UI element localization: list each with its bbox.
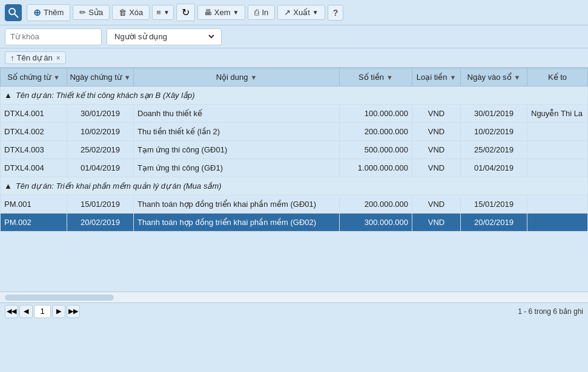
table-cell: DTXL4.003: [1, 141, 67, 159]
menu-button[interactable]: ≡ ▼: [152, 5, 174, 20]
table-cell: Thanh toán hợp đồng triển khai phần mềm …: [134, 214, 340, 232]
delete-icon: 🗑: [119, 8, 127, 17]
last-page-button[interactable]: ▶▶: [67, 305, 80, 318]
table-cell: PM.001: [1, 195, 67, 214]
prev-page-button[interactable]: ◀: [19, 305, 33, 318]
in-button[interactable]: ⎙ In: [248, 5, 275, 20]
page-controls: ◀◀ ◀ 1 ▶ ▶▶: [5, 305, 80, 318]
table-cell: 01/04/2019: [461, 159, 527, 177]
table-cell: [527, 214, 588, 232]
group-header-row: ▲Tên dự án: Triển khai phần mềm quản lý …: [1, 177, 588, 195]
table-cell: [527, 123, 588, 141]
current-page-number: 1: [34, 305, 51, 318]
them-button[interactable]: ⊕ Thêm: [27, 4, 70, 21]
table-cell: 200.000.000: [340, 195, 412, 214]
first-page-button[interactable]: ◀◀: [5, 305, 18, 318]
table-cell: VND: [412, 141, 461, 159]
filter-ngay-icon[interactable]: ▼: [124, 74, 131, 81]
table-cell: 01/04/2019: [67, 159, 134, 177]
table-cell: 15/01/2019: [67, 195, 134, 214]
table-cell: 20/02/2019: [67, 214, 134, 232]
table-wrapper: Số chứng từ ▼ Ngày chứng từ ▼ Nội dung ▼: [0, 68, 588, 292]
table-cell: Thu tiền thiết kế (lần 2): [134, 123, 340, 141]
toolbar: ⊕ Thêm ✏ Sửa 🗑 Xóa ≡ ▼ ↻ 🖶 Xem ▼ ⎙ In ↗ …: [0, 0, 588, 25]
table-cell: VND: [412, 195, 461, 214]
in-label: In: [262, 8, 268, 17]
table-cell: 10/02/2019: [67, 123, 134, 141]
xuat-button[interactable]: ↗ Xuất ▼: [277, 5, 325, 20]
filter-noidung-icon[interactable]: ▼: [250, 74, 257, 81]
col-header-keto: Kế to: [527, 68, 588, 86]
refresh-button[interactable]: ↻: [176, 4, 195, 21]
in-icon: ⎙: [254, 8, 259, 17]
sort-tag: ↑ Tên dự án ×: [5, 51, 66, 64]
xoa-label: Xóa: [129, 8, 143, 17]
filter-sotien-icon[interactable]: ▼: [386, 74, 393, 81]
table-cell: 15/01/2019: [461, 195, 527, 214]
table-row[interactable]: DTXL4.00130/01/2019Doanh thu thiết kế100…: [1, 105, 588, 123]
next-page-button[interactable]: ▶: [52, 305, 65, 318]
user-select-wrapper[interactable]: Người sử dụngAdminUser1User2: [107, 28, 222, 45]
svg-point-0: [9, 8, 15, 15]
plus-icon: ⊕: [33, 7, 41, 18]
table-row[interactable]: DTXL4.00401/04/2019Tạm ứng thi công (GĐ1…: [1, 159, 588, 177]
table-cell: Tạm ứng thi công (GĐ01): [134, 141, 340, 159]
group-collapse-icon[interactable]: ▲: [4, 91, 12, 100]
table-cell: 30/01/2019: [67, 105, 134, 123]
edit-icon: ✏: [79, 8, 86, 17]
table-cell: 10/02/2019: [461, 123, 527, 141]
table-cell: 300.000.000: [340, 214, 412, 232]
table-cell: PM.002: [1, 214, 67, 232]
help-button[interactable]: ?: [328, 5, 344, 21]
sua-button[interactable]: ✏ Sửa: [73, 5, 110, 20]
xem-chevron-icon: ▼: [233, 9, 239, 16]
table-cell: 25/02/2019: [461, 141, 527, 159]
table-row[interactable]: PM.00220/02/2019Thanh toán hợp đồng triể…: [1, 214, 588, 232]
table-cell: 1.000.000.000: [340, 159, 412, 177]
table-cell: 20/02/2019: [461, 214, 527, 232]
xoa-button[interactable]: 🗑 Xóa: [112, 5, 150, 20]
table-cell: VND: [412, 123, 461, 141]
pagination-bar: ◀◀ ◀ 1 ▶ ▶▶ 1 - 6 trong 6 bản ghi: [0, 302, 588, 319]
user-select[interactable]: Người sử dụngAdminUser1User2: [112, 31, 216, 42]
table-body: ▲Tên dự án: Thiết kế thi công khách sạn …: [1, 86, 588, 232]
table-header-row: Số chứng từ ▼ Ngày chứng từ ▼ Nội dung ▼: [1, 68, 588, 86]
table-cell: DTXL4.002: [1, 123, 67, 141]
them-label: Thêm: [44, 8, 64, 17]
table-cell: 30/01/2019: [461, 105, 527, 123]
filter-loaitien-icon[interactable]: ▼: [449, 74, 456, 81]
group-header-row: ▲Tên dự án: Thiết kế thi công khách sạn …: [1, 86, 588, 105]
app-logo: [5, 4, 22, 21]
table-cell: 200.000.000: [340, 123, 412, 141]
keyword-input[interactable]: [5, 28, 102, 45]
tag-close-button[interactable]: ×: [56, 54, 61, 62]
sua-label: Sửa: [88, 8, 103, 17]
table-cell: [527, 195, 588, 214]
data-table: Số chứng từ ▼ Ngày chứng từ ▼ Nội dung ▼: [0, 68, 588, 232]
sort-arrow-icon: ↑: [10, 53, 15, 62]
xem-button[interactable]: 🖶 Xem ▼: [197, 5, 246, 20]
table-row[interactable]: DTXL4.00325/02/2019Tạm ứng thi công (GĐ0…: [1, 141, 588, 159]
group-collapse-icon[interactable]: ▲: [4, 181, 12, 191]
xuat-chevron-icon: ▼: [312, 9, 319, 16]
horizontal-scrollbar[interactable]: [0, 292, 588, 302]
xem-label: Xem: [214, 8, 231, 17]
menu-icon: ≡: [156, 8, 161, 17]
export-icon: ↗: [284, 8, 291, 17]
xuat-label: Xuất: [293, 8, 310, 17]
svg-line-1: [15, 14, 18, 18]
table-row[interactable]: PM.00115/01/2019Thanh toán hợp đồng triể…: [1, 195, 588, 214]
table-cell: VND: [412, 105, 461, 123]
filter-row: Người sử dụngAdminUser1User2: [0, 25, 588, 48]
table-cell: Thanh toán hợp đồng triển khai phần mềm …: [134, 195, 340, 214]
filter-ngayvaoso-icon[interactable]: ▼: [514, 74, 521, 81]
page-info-text: 1 - 6 trong 6 bản ghi: [518, 307, 583, 316]
chevron-down-icon: ▼: [164, 9, 170, 16]
table-row[interactable]: DTXL4.00210/02/2019Thu tiền thiết kế (lầ…: [1, 123, 588, 141]
table-cell: 100.000.000: [340, 105, 412, 123]
table-cell: Nguyễn Thi La: [527, 105, 588, 123]
filter-so-icon[interactable]: ▼: [53, 74, 60, 81]
table-cell: DTXL4.004: [1, 159, 67, 177]
scrollbar-thumb[interactable]: [5, 295, 114, 301]
table-cell: VND: [412, 214, 461, 232]
